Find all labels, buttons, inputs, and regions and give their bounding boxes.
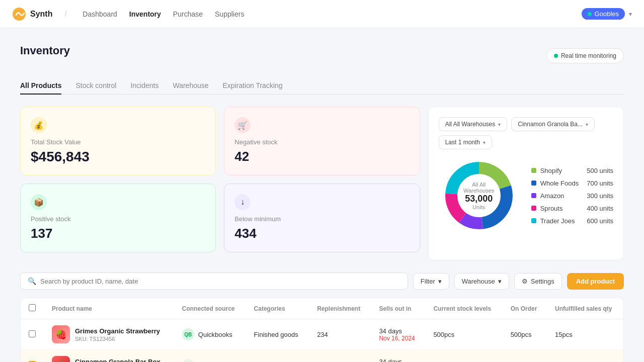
row2-sells-days: 34 days xyxy=(379,358,417,363)
below-minimum-label: Below minimum xyxy=(234,215,409,223)
main-content: Inventory Real time monitoring All Produ… xyxy=(0,28,644,362)
row2-product-image: 🍅 xyxy=(52,356,70,362)
row1-replenishment: 234 xyxy=(309,319,371,350)
header-checkbox-cell xyxy=(21,298,44,319)
header-replenishment: Replenishment xyxy=(309,298,371,319)
positive-stock-label: Positive stock xyxy=(31,215,205,223)
wholefoods-value: 700 units xyxy=(587,179,613,187)
table-row: 🍅 Cinnamon Granola Bar Box SKU: TS123456… xyxy=(21,350,623,363)
search-box: 🔍 xyxy=(20,273,408,290)
product-filter[interactable]: Cinnamon Granola Ba... ▾ xyxy=(511,117,595,131)
negative-stock-label: Negative stock xyxy=(234,138,409,146)
total-stock-value: $456,843 xyxy=(31,149,205,165)
legend-sprouts: Sprouts 400 units xyxy=(531,205,613,212)
amazon-name: Amazon xyxy=(540,192,565,200)
donut-label: All All Warehouses 53,000 Units xyxy=(459,182,499,210)
nav-suppliers[interactable]: Suppliers xyxy=(215,10,244,18)
traderjoes-dot xyxy=(531,218,536,223)
nav-inventory[interactable]: Inventory xyxy=(129,10,161,18)
stats-chart-section: 💰 Total Stock Value $456,843 📦 Positive … xyxy=(20,107,624,260)
nav-divider: / xyxy=(64,10,66,18)
row2-product-name: Cinnamon Granola Bar Box xyxy=(75,358,160,363)
stat-total-stock-value: 💰 Total Stock Value $456,843 xyxy=(20,107,216,175)
user-dropdown-caret[interactable]: ▾ xyxy=(629,11,632,18)
row1-sells-days: 34 days xyxy=(379,327,417,335)
realtime-label: Real time monitoring xyxy=(561,52,616,59)
total-stock-icon: 💰 xyxy=(31,117,47,133)
stat-below-minimum: ↓ Below minimum 434 xyxy=(224,184,420,252)
row2-source-icon: S xyxy=(182,359,194,362)
negative-stock-icon: 🛒 xyxy=(234,117,251,133)
wholefoods-name: Whole Foods xyxy=(540,179,579,187)
row1-source-icon: QB xyxy=(182,328,194,340)
chart-filters: All All Warehouses ▾ Cinnamon Granola Ba… xyxy=(439,117,613,149)
select-all-checkbox[interactable] xyxy=(29,304,36,311)
legend-amazon: Amazon 300 units xyxy=(531,192,613,200)
user-badge: Goobles xyxy=(582,8,625,20)
add-product-button[interactable]: Add product xyxy=(567,273,624,290)
donut-chart-card: All All Warehouses ▾ Cinnamon Granola Ba… xyxy=(428,107,624,260)
row2-stock: 500pcs xyxy=(425,350,502,363)
settings-label: Settings xyxy=(531,278,554,285)
row1-on-order: 500pcs xyxy=(503,319,547,350)
stat-negative-stock: 🛒 Negative stock 42 xyxy=(224,107,420,175)
shopify-name: Shopify xyxy=(540,167,562,174)
tab-all-products[interactable]: All Products xyxy=(20,77,61,95)
row2-on-order: 500pcs xyxy=(503,350,547,363)
realtime-dot xyxy=(554,54,558,58)
add-product-label: Add product xyxy=(576,278,615,285)
sprouts-value: 400 units xyxy=(587,205,613,212)
tab-incidents[interactable]: Incidents xyxy=(130,77,158,95)
chart-body: All All Warehouses 53,000 Units Shopify … xyxy=(439,155,613,236)
page-header: Inventory Real time monitoring xyxy=(20,44,624,67)
warehouse-caret: ▾ xyxy=(498,122,501,127)
amazon-value: 300 units xyxy=(587,192,613,200)
stats-column-2: 🛒 Negative stock 42 ↓ Below minimum 434 xyxy=(224,107,420,252)
sprouts-name: Sprouts xyxy=(540,205,563,212)
negative-stock-value: 42 xyxy=(234,149,409,164)
warehouse-button[interactable]: Warehouse ▾ xyxy=(454,273,509,290)
product-caret: ▾ xyxy=(586,122,588,127)
positive-stock-value: 137 xyxy=(31,226,205,241)
row1-stock: 500pcs xyxy=(425,319,502,350)
products-table: Product name Connected source Categories… xyxy=(21,298,623,362)
realtime-button[interactable]: Real time monitoring xyxy=(546,48,624,63)
row2-replenishment: 234 xyxy=(309,350,371,363)
nav-dashboard[interactable]: Dashboard xyxy=(83,10,117,18)
tab-warehouse[interactable]: Warehouse xyxy=(173,77,208,95)
row1-source-name: Quickbooks xyxy=(198,331,232,338)
search-input[interactable] xyxy=(40,278,400,285)
nav-purchase[interactable]: Purchase xyxy=(173,10,203,18)
tab-expiration-tracking[interactable]: Expiration Tracking xyxy=(223,77,283,95)
below-minimum-value: 434 xyxy=(234,226,409,241)
row1-sells-date: Nov 16, 2024 xyxy=(379,335,417,342)
filter-caret: ▾ xyxy=(438,278,442,285)
donut-unit: Units xyxy=(459,204,499,210)
positive-stock-icon: 📦 xyxy=(31,194,47,210)
warehouse-label: Warehouse xyxy=(462,278,495,285)
settings-icon: ⚙ xyxy=(522,278,528,285)
navbar-right: Goobles ▾ xyxy=(582,8,632,20)
row2-category: Finished goods xyxy=(246,350,309,363)
tab-stock-control[interactable]: Stock control xyxy=(75,77,116,95)
filter-button[interactable]: Filter ▾ xyxy=(413,273,449,290)
search-icon: 🔍 xyxy=(28,277,36,285)
row2-product-cell: 🍅 Cinnamon Granola Bar Box SKU: TS123456 xyxy=(44,350,174,363)
settings-button[interactable]: ⚙ Settings xyxy=(514,273,562,290)
wholefoods-dot xyxy=(531,180,536,186)
header-sells-out: Sells out in xyxy=(371,298,425,319)
header-categories: Categories xyxy=(246,298,309,319)
header-stock-levels: Current stock levels xyxy=(425,298,502,319)
row1-checkbox[interactable] xyxy=(29,330,36,337)
header-product-name: Product name xyxy=(44,298,174,319)
donut-chart: All All Warehouses 53,000 Units xyxy=(439,155,519,236)
warehouse-filter[interactable]: All All Warehouses ▾ xyxy=(439,117,508,131)
warehouse-btn-caret: ▾ xyxy=(498,278,502,285)
nav-links: Dashboard Inventory Purchase Suppliers xyxy=(83,10,244,18)
row2-unfulfilled: 15pcs xyxy=(547,350,623,363)
product-toolbar: 🔍 Filter ▾ Warehouse ▾ ⚙ Settings Add pr… xyxy=(20,273,624,290)
traderjoes-name: Trader Joes xyxy=(540,217,575,225)
time-filter[interactable]: Last 1 month ▾ xyxy=(439,135,492,149)
donut-value: 53,000 xyxy=(459,194,499,204)
total-stock-label: Total Stock Value xyxy=(31,138,205,146)
